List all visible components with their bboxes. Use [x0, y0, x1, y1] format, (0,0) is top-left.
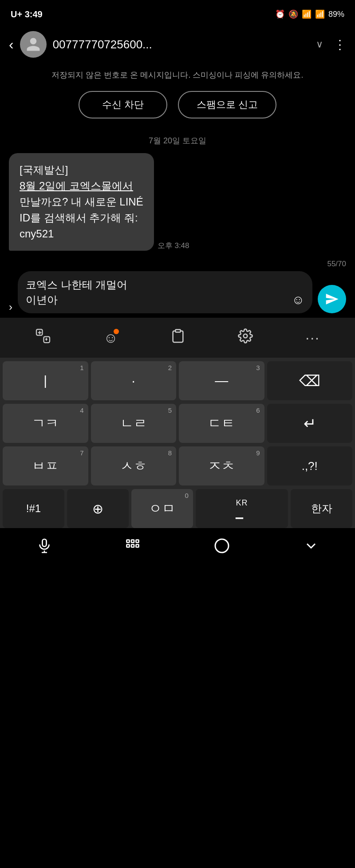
home-button[interactable]: [213, 537, 231, 558]
msg-row-outgoing: › 코엑스 나한테 개멀어이년아 ☺: [9, 271, 346, 313]
key-backspace[interactable]: ⌫: [267, 361, 353, 400]
clipboard-icon: [170, 328, 185, 343]
avatar-icon: [25, 36, 41, 52]
header: ‹ 00777770725600... ∨ ⋮: [0, 27, 355, 62]
expand-button[interactable]: ›: [9, 301, 12, 313]
key-pipe[interactable]: 1 |: [3, 361, 88, 400]
date-separator: 7월 20일 토요일: [0, 126, 355, 153]
keyboard-row-2: 4 ㄱㅋ 5 ㄴㄹ 6 ㄷㅌ ↵: [3, 404, 352, 443]
key-sh[interactable]: 8 ㅅㅎ: [91, 446, 177, 485]
spam-button[interactable]: 스팸으로 신고: [178, 91, 276, 118]
emoji-toolbar-button[interactable]: ☺: [103, 330, 118, 346]
key-hanja[interactable]: 한자: [291, 489, 352, 528]
more-toolbar-icon: ···: [305, 330, 320, 346]
keyboard-row-4: !#1 ⊕ 0 ㅇㅁ KR▁ 한자: [3, 489, 352, 528]
battery-level: 89%: [328, 10, 344, 19]
msg-text-incoming: [국제발신] 8월 2일에 코엑스몰에서 만날까요? 내 새로운 LINÉ ID…: [20, 164, 143, 240]
settings-button[interactable]: [238, 328, 253, 347]
outgoing-input-container: › 코엑스 나한테 개멀어이년아 ☺: [9, 271, 312, 313]
status-icons: ⏰ 🔕 📶 📶 89%: [275, 9, 344, 19]
msg-time: 오후 3:48: [158, 241, 189, 251]
mic-icon: [36, 538, 52, 554]
clipboard-button[interactable]: [170, 328, 185, 347]
nav-bar: [0, 532, 355, 567]
contact-name: 00777770725600...: [53, 38, 312, 51]
bottom-toolbar: ☺ ···: [0, 318, 355, 358]
svg-point-11: [215, 539, 229, 552]
key-globe[interactable]: ⊕: [67, 489, 129, 528]
back-button[interactable]: ‹: [9, 36, 14, 53]
key-space[interactable]: KR▁: [196, 489, 288, 528]
message-outgoing: 55/70 › 코엑스 나한테 개멀어이년아 ☺: [9, 260, 346, 313]
carrier-time: U+ 3:49: [11, 9, 43, 20]
key-jch[interactable]: 9 ㅈㅊ: [179, 446, 264, 485]
wifi-icon: 📶: [302, 9, 312, 19]
emoji-button[interactable]: ☺: [292, 293, 304, 307]
send-button[interactable]: [318, 285, 346, 313]
svg-rect-10: [136, 544, 138, 547]
more-toolbar-button[interactable]: ···: [305, 330, 320, 346]
recents-button[interactable]: [125, 538, 141, 557]
settings-icon: [238, 328, 253, 343]
svg-point-3: [244, 334, 248, 338]
svg-rect-4: [42, 539, 46, 547]
svg-rect-2: [175, 330, 180, 332]
status-bar: U+ 3:49 ⏰ 🔕 📶 📶 89%: [0, 0, 355, 27]
warning-banner: 저장되지 않은 번호로 온 메시지입니다. 스미싱이나 피싱에 유의하세요.: [0, 62, 355, 83]
message-incoming: [국제발신] 8월 2일에 코엑스몰에서 만날까요? 내 새로운 LINÉ ID…: [9, 153, 346, 251]
keyboard-row-1: 1 | 2 · 3 — ⌫: [3, 361, 352, 400]
key-bp[interactable]: 7 ㅂㅍ: [3, 446, 88, 485]
translate-button[interactable]: [35, 328, 51, 347]
translate-icon: [35, 328, 51, 344]
back-nav-button[interactable]: [303, 538, 319, 557]
recents-icon: [125, 538, 141, 554]
key-enter[interactable]: ↵: [267, 404, 353, 443]
key-dash[interactable]: 3 —: [179, 361, 264, 400]
signal-icon: 📶: [315, 9, 325, 19]
warning-text: 저장되지 않은 번호로 온 메시지입니다. 스미싱이나 피싱에 유의하세요.: [51, 71, 303, 79]
svg-rect-9: [131, 544, 134, 547]
send-icon: [325, 292, 339, 306]
svg-rect-8: [126, 544, 129, 547]
keyboard: 1 | 2 · 3 — ⌫ 4 ㄱㅋ 5 ㄴㄹ 6 ㄷㅌ ↵: [0, 358, 355, 528]
key-special[interactable]: !#1: [3, 489, 64, 528]
mute-icon: 🔕: [288, 9, 298, 19]
back-nav-icon: [303, 538, 319, 554]
messages-area: [국제발신] 8월 2일에 코엑스몰에서 만날까요? 내 새로운 LINÉ ID…: [0, 153, 355, 313]
msg-row-incoming: [국제발신] 8월 2일에 코엑스몰에서 만날까요? 내 새로운 LINÉ ID…: [9, 153, 193, 251]
avatar: [20, 31, 47, 58]
notification-dot: [114, 329, 119, 334]
chevron-down-icon[interactable]: ∨: [316, 39, 323, 50]
msg-bubble-incoming: [국제발신] 8월 2일에 코엑스몰에서 만날까요? 내 새로운 LINÉ ID…: [9, 153, 154, 251]
mic-button[interactable]: [36, 538, 52, 557]
key-punct[interactable]: .,?!: [267, 446, 353, 485]
more-button[interactable]: ⋮: [334, 37, 346, 52]
underlined-text: 8월 2일에 코엑스몰에서: [20, 180, 133, 192]
svg-rect-5: [126, 540, 129, 542]
message-input[interactable]: 코엑스 나한테 개멀어이년아: [26, 277, 286, 307]
keyboard-row-3: 7 ㅂㅍ 8 ㅅㅎ 9 ㅈㅊ .,?!: [3, 446, 352, 485]
home-icon: [213, 537, 231, 555]
key-dot[interactable]: 2 ·: [91, 361, 177, 400]
action-buttons: 수신 차단 스팸으로 신고: [0, 83, 355, 126]
message-input-area[interactable]: 코엑스 나한테 개멀어이년아 ☺: [18, 271, 312, 313]
svg-rect-7: [136, 540, 138, 542]
key-om[interactable]: 0 ㅇㅁ: [131, 489, 193, 528]
key-gk[interactable]: 4 ㄱㅋ: [3, 404, 88, 443]
svg-rect-6: [131, 540, 134, 542]
key-nr[interactable]: 5 ㄴㄹ: [91, 404, 177, 443]
block-button[interactable]: 수신 차단: [79, 91, 167, 118]
alarm-icon: ⏰: [275, 9, 285, 19]
key-dt[interactable]: 6 ㄷㅌ: [179, 404, 264, 443]
char-count: 55/70: [327, 260, 346, 268]
